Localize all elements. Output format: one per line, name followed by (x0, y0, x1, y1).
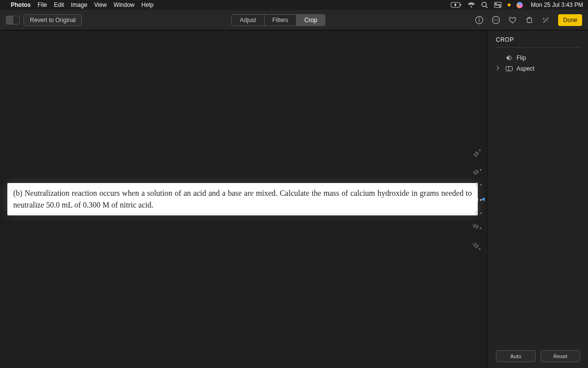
menu-app[interactable]: Photos (11, 1, 31, 8)
spotlight-icon[interactable] (481, 1, 488, 8)
dial-tick: 5 (475, 182, 482, 187)
dial-tick: 0 (475, 197, 482, 203)
flip-row[interactable]: Flip (496, 53, 580, 63)
dial-tick: 10 (472, 167, 482, 176)
dial-tick: -5 (474, 210, 482, 216)
menu-help[interactable]: Help (142, 1, 154, 8)
chevron-right-icon (496, 65, 502, 72)
notification-dot-icon (508, 3, 511, 6)
tab-crop[interactable]: Crop (296, 15, 325, 26)
more-icon[interactable] (491, 16, 500, 25)
menu-file[interactable]: File (38, 1, 47, 8)
revert-button[interactable]: Revert to Original (24, 14, 82, 26)
svg-point-2 (482, 2, 487, 7)
done-button[interactable]: Done (558, 14, 582, 26)
dial-tick: -15 (471, 240, 482, 252)
favorite-icon[interactable] (508, 16, 517, 25)
svg-point-13 (494, 20, 495, 21)
battery-icon[interactable] (451, 2, 462, 8)
placeholder-icon (496, 54, 502, 61)
tab-adjust[interactable]: Adjust (232, 15, 264, 26)
menubar: Photos File Edit Image View Window Help … (0, 0, 588, 10)
straighten-dial[interactable]: 151050-5-10-15 (457, 150, 482, 248)
svg-point-14 (495, 20, 496, 21)
auto-enhance-icon[interactable] (541, 16, 550, 25)
svg-rect-17 (506, 67, 513, 71)
edit-toolbar: Revert to Original Adjust Filters Crop D… (0, 10, 588, 30)
svg-line-3 (486, 6, 488, 8)
dial-pointer-icon (482, 197, 485, 201)
workspace: (b) Neutralization reaction occurs when … (0, 30, 588, 368)
crop-sidebar: CROP Flip Aspect Auto Reset (488, 30, 588, 368)
svg-rect-11 (479, 19, 480, 22)
aspect-label: Aspect (516, 65, 535, 72)
sidebar-title: CROP (496, 36, 580, 48)
tab-filters[interactable]: Filters (265, 15, 297, 26)
dial-tick: -10 (470, 222, 482, 231)
canvas-area[interactable]: (b) Neutralization reaction occurs when … (0, 30, 488, 368)
wifi-icon[interactable] (467, 2, 475, 8)
dial-tick: 15 (472, 148, 483, 158)
status-icons: Mon 25 Jul 3:43 PM (451, 1, 583, 8)
menu-image[interactable]: Image (71, 1, 87, 8)
menu-view[interactable]: View (94, 1, 107, 8)
svg-point-7 (499, 5, 501, 7)
flip-label: Flip (516, 54, 526, 61)
svg-rect-1 (461, 4, 462, 6)
svg-point-15 (497, 20, 498, 21)
menu-edit[interactable]: Edit (54, 1, 64, 8)
aspect-row[interactable]: Aspect (496, 63, 580, 74)
auto-button[interactable]: Auto (496, 350, 536, 362)
control-center-icon[interactable] (494, 2, 502, 8)
rotate-icon[interactable] (525, 16, 534, 25)
svg-point-5 (495, 2, 497, 4)
aspect-icon (506, 66, 513, 71)
menubar-clock[interactable]: Mon 25 Jul 3:43 PM (531, 1, 583, 8)
info-icon[interactable] (475, 16, 484, 25)
svg-point-10 (479, 18, 480, 19)
flip-icon (506, 55, 513, 61)
siri-icon[interactable] (516, 2, 523, 8)
image-content: (b) Neutralization reaction occurs when … (7, 183, 478, 215)
menu-window[interactable]: Window (114, 1, 135, 8)
edit-mode-segmented: Adjust Filters Crop (231, 14, 325, 26)
svg-point-8 (508, 3, 511, 6)
reset-button[interactable]: Reset (540, 350, 580, 362)
compare-toggle[interactable] (6, 16, 20, 25)
